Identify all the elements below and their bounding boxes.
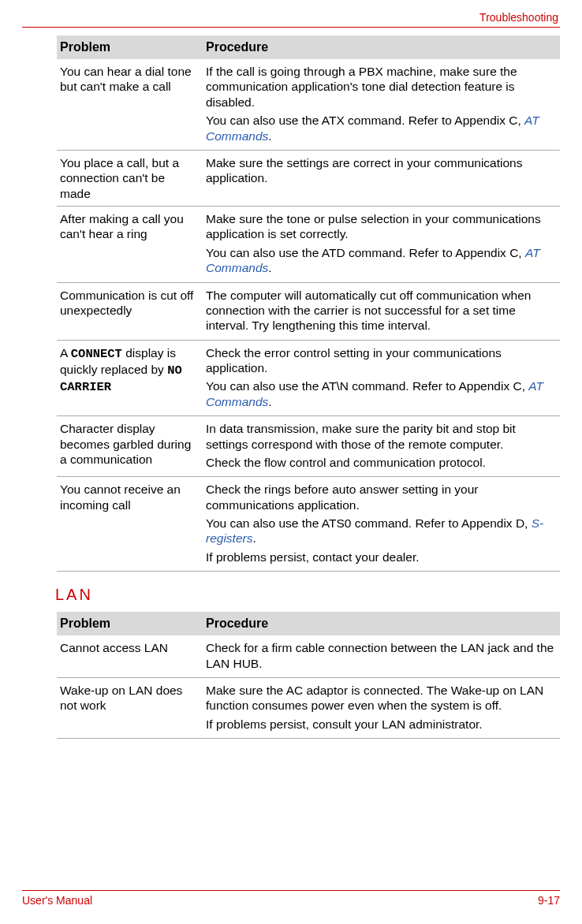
procedure-text: You can also use the ATS0 command. Refer… xyxy=(206,516,555,546)
lan-section-heading: LAN xyxy=(55,586,560,604)
procedure-text: You can also use the AT\N command. Refer… xyxy=(206,378,555,409)
table-row: Wake-up on LAN does not work Make sure t… xyxy=(57,677,560,738)
procedure-text: Check for a firm cable connection betwee… xyxy=(206,640,555,671)
procedure-cell: If the call is going through a PBX machi… xyxy=(203,59,560,150)
problem-cell: You cannot receive an incoming call xyxy=(57,477,203,572)
problem-cell: Character display becomes garbled during… xyxy=(57,416,203,477)
problem-cell: Communication is cut off unexpectedly xyxy=(57,282,203,340)
procedure-cell: Make sure the tone or pulse selection in… xyxy=(203,207,560,283)
procedure-cell: Check the rings before auto answer setti… xyxy=(203,477,560,572)
footer-manual-label: User's Manual xyxy=(22,894,92,907)
problem-cell: After making a call you can't hear a rin… xyxy=(57,207,203,283)
th-problem: Problem xyxy=(57,35,203,59)
procedure-cell: Make sure the AC adaptor is connected. T… xyxy=(203,677,560,738)
th-problem: Problem xyxy=(57,612,203,635)
procedure-text: Make sure the settings are correct in yo… xyxy=(206,155,555,186)
table-row: Cannot access LAN Check for a firm cable… xyxy=(57,635,560,677)
header-section-title: Troubleshooting xyxy=(22,11,560,24)
th-procedure: Procedure xyxy=(203,612,560,635)
problem-cell: You place a call, but a connection can't… xyxy=(57,150,203,206)
problem-cell: Wake-up on LAN does not work xyxy=(57,677,203,738)
table-row: You cannot receive an incoming call Chec… xyxy=(57,477,560,572)
procedure-text: Check the error control setting in your … xyxy=(206,345,555,376)
table-row: A CONNECT display is quickly replaced by… xyxy=(57,340,560,416)
connect-code: CONNECT xyxy=(71,347,122,361)
procedure-cell: Check the error control setting in your … xyxy=(203,340,560,416)
procedure-text: Check the flow control and communication… xyxy=(206,455,555,470)
header-rule xyxy=(22,27,560,28)
procedure-text: If problems persist, consult your LAN ad… xyxy=(206,717,555,732)
problem-cell: You can hear a dial tone but can't make … xyxy=(57,59,203,150)
table-row: You can hear a dial tone but can't make … xyxy=(57,59,560,150)
problem-cell: Cannot access LAN xyxy=(57,635,203,677)
procedure-cell: In data transmission, make sure the pari… xyxy=(203,416,560,477)
footer-rule xyxy=(22,890,560,891)
procedure-cell: Make sure the settings are correct in yo… xyxy=(203,150,560,206)
table-row: Character display becomes garbled during… xyxy=(57,416,560,477)
procedure-text: Make sure the tone or pulse selection in… xyxy=(206,211,555,242)
procedure-cell: The computer will automatically cut off … xyxy=(203,282,560,340)
procedure-text: If problems persist, contact your dealer… xyxy=(206,550,555,564)
footer-page-number: 9-17 xyxy=(538,894,560,907)
procedure-cell: Check for a firm cable connection betwee… xyxy=(203,635,560,677)
table-row: You place a call, but a connection can't… xyxy=(57,150,560,206)
procedure-text: In data transmission, make sure the pari… xyxy=(206,421,555,452)
procedure-text: The computer will automatically cut off … xyxy=(206,288,555,333)
th-procedure: Procedure xyxy=(203,35,560,59)
procedure-text: If the call is going through a PBX machi… xyxy=(206,64,555,110)
page-content: Problem Procedure You can hear a dial to… xyxy=(57,35,560,739)
procedure-text: You can also use the ATX command. Refer … xyxy=(206,113,555,143)
page-footer: User's Manual 9-17 xyxy=(22,890,560,907)
problem-cell: A CONNECT display is quickly replaced by… xyxy=(57,340,203,416)
procedure-text: Check the rings before auto answer setti… xyxy=(206,482,555,512)
troubleshooting-table-modem: Problem Procedure You can hear a dial to… xyxy=(57,35,560,572)
procedure-text: You can also use the ATD command. Refer … xyxy=(206,245,555,276)
table-row: Communication is cut off unexpectedly Th… xyxy=(57,282,560,340)
troubleshooting-table-lan: Problem Procedure Cannot access LAN Chec… xyxy=(57,612,560,739)
table-row: After making a call you can't hear a rin… xyxy=(57,207,560,283)
procedure-text: Make sure the AC adaptor is connected. T… xyxy=(206,683,555,713)
